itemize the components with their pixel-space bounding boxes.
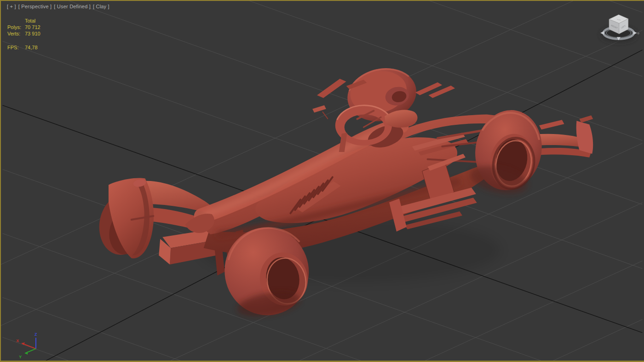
axis-y-label: Y <box>19 355 22 359</box>
viewport-canvas[interactable]: TOP FRONT LEFT Z X Y <box>1 1 644 361</box>
stats-verts-value: 73 910 <box>25 30 40 37</box>
viewcube-orbit-dot[interactable] <box>637 32 639 35</box>
viewport-pov-menu[interactable]: [ Perspective ] <box>18 4 52 9</box>
axis-x-label: X <box>16 339 19 343</box>
viewport-general-menu[interactable]: [ + ] <box>7 4 16 9</box>
stats-fps-label: FPS: <box>7 44 25 51</box>
stats-fps-row: FPS: 74,78 <box>7 44 40 51</box>
viewport[interactable]: TOP FRONT LEFT Z X Y [ + ][ Perspective … <box>0 0 644 362</box>
statistics-overlay: Total Polys: 70 712 Verts: 73 910 FPS: 7… <box>7 18 40 51</box>
stats-total-header: Total <box>25 18 35 24</box>
viewport-label-bar: [ + ][ Perspective ][ User Defined ][ Cl… <box>7 4 112 9</box>
stats-fps-value: 74,78 <box>25 44 38 51</box>
stats-verts-row: Verts: 73 910 <box>7 30 40 37</box>
viewcube[interactable]: TOP FRONT LEFT <box>600 15 639 42</box>
axis-z-label: Z <box>34 332 37 337</box>
stats-header-row: Total <box>7 18 40 24</box>
viewport-view-menu[interactable]: [ User Defined ] <box>54 4 91 9</box>
stats-polys-label: Polys: <box>7 24 25 30</box>
stats-verts-label: Verts: <box>7 30 25 37</box>
stats-polys-value: 70 712 <box>25 24 40 30</box>
viewport-shading-menu[interactable]: [ Clay ] <box>93 4 109 9</box>
stats-polys-row: Polys: 70 712 <box>7 24 40 30</box>
